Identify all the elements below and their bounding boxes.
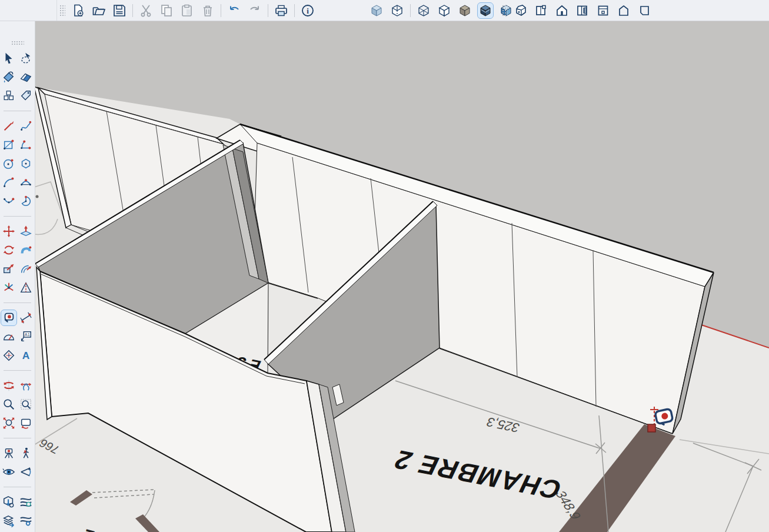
circle-tool[interactable] <box>1 156 16 171</box>
zoom-tool[interactable] <box>1 397 16 412</box>
pie-tool[interactable] <box>18 194 34 209</box>
solid-pyramid-tool[interactable] <box>18 280 34 295</box>
rotated-rectangle-tool[interactable] <box>18 137 34 152</box>
tag-tool[interactable] <box>18 88 34 104</box>
undo-button[interactable] <box>227 3 242 18</box>
paste-button[interactable] <box>179 3 195 18</box>
print-button[interactable] <box>274 3 289 18</box>
components-tool[interactable] <box>1 88 16 104</box>
look-around-tool[interactable] <box>1 464 16 480</box>
three-point-arc-tool[interactable] <box>1 194 16 209</box>
right-view-button[interactable] <box>575 3 590 18</box>
palette-drag-handle[interactable] <box>11 41 24 45</box>
bottom-view-button[interactable] <box>637 3 652 18</box>
position-camera-tool[interactable] <box>1 445 16 461</box>
iso-view-button[interactable] <box>513 3 528 18</box>
measure-point-marker <box>648 424 655 432</box>
plugin-settings-tool[interactable] <box>18 513 34 528</box>
palette-separator <box>4 302 31 303</box>
push-pull-tool[interactable] <box>18 224 34 239</box>
threed-text-tool[interactable]: A <box>18 348 34 363</box>
toolbar-separator <box>294 4 295 17</box>
cut-button[interactable] <box>138 3 154 18</box>
toolbar-separator <box>132 4 133 17</box>
plugin-layers-tool[interactable] <box>1 513 16 528</box>
dimensions-tool[interactable] <box>18 310 34 325</box>
sketchup-window: 766 2 E 3 <box>0 0 769 532</box>
lasso-tool[interactable] <box>18 51 34 66</box>
plugin-contours-tool[interactable] <box>18 494 34 510</box>
plugin-import-tool[interactable] <box>1 494 16 510</box>
palette-separator <box>4 111 31 111</box>
palette-separator <box>4 370 31 371</box>
redo-button[interactable] <box>247 3 262 18</box>
text-icon-label: A1 <box>24 332 29 337</box>
previous-view-tool[interactable] <box>18 415 34 431</box>
freehand-tool[interactable] <box>18 118 34 134</box>
scale-tool[interactable] <box>1 261 16 277</box>
pan-tool[interactable] <box>18 378 34 393</box>
copy-button[interactable] <box>159 3 174 18</box>
style-hidden-line-button[interactable] <box>437 3 452 18</box>
walk-tool[interactable] <box>18 445 34 461</box>
toolbar-separator <box>268 4 268 17</box>
delete-button[interactable] <box>200 3 215 18</box>
palette-separator <box>4 487 31 487</box>
model-info-button[interactable]: i <box>300 3 315 18</box>
new-document-button[interactable] <box>71 3 86 18</box>
move-tool[interactable] <box>1 224 16 239</box>
follow-me-tool[interactable] <box>18 242 34 258</box>
toolbar-drag-handle[interactable] <box>502 5 508 16</box>
axes-star-tool[interactable] <box>1 280 16 295</box>
eraser-tool[interactable] <box>18 69 34 85</box>
back-view-button[interactable] <box>595 3 611 18</box>
palette-separator <box>4 438 31 438</box>
paint-bucket-tool[interactable] <box>1 69 16 85</box>
protractor-tool[interactable] <box>1 329 16 344</box>
style-back-edges-button[interactable] <box>390 3 405 18</box>
arc-tool[interactable] <box>1 175 16 190</box>
two-point-arc-tool[interactable] <box>18 175 34 190</box>
threed-text-icon-label: A <box>22 350 29 361</box>
polygon-tool[interactable] <box>18 156 34 171</box>
toolbar-drag-handle[interactable] <box>59 5 65 16</box>
zoom-extents-tool[interactable] <box>1 415 16 431</box>
top-toolbar: i <box>0 0 769 21</box>
line-tool[interactable] <box>1 118 16 134</box>
text-tool[interactable]: A1 <box>18 329 34 344</box>
front-view-button[interactable] <box>554 3 570 18</box>
open-folder-button[interactable] <box>91 3 106 18</box>
rotate-tool[interactable] <box>1 242 16 258</box>
zoom-window-tool[interactable] <box>18 397 34 412</box>
left-view-button[interactable] <box>616 3 631 18</box>
offset-tool[interactable] <box>18 261 34 277</box>
palette-separator <box>4 216 31 217</box>
tape-measure-tool[interactable] <box>1 310 16 325</box>
toolbar-separator <box>221 4 221 17</box>
select-tool[interactable] <box>1 51 16 66</box>
style-shaded-button[interactable] <box>457 3 472 18</box>
tool-palette: A1 A <box>0 21 35 532</box>
axes-tool[interactable] <box>1 348 16 363</box>
top-view-button[interactable] <box>534 3 549 18</box>
style-shaded-with-textures-button[interactable] <box>478 3 493 18</box>
save-button[interactable] <box>112 3 127 18</box>
toolbar-separator <box>410 4 411 17</box>
rectangle-tool[interactable] <box>1 137 16 152</box>
orbit-tool[interactable] <box>1 378 16 393</box>
style-x-ray-button[interactable] <box>369 3 384 18</box>
info-glyph: i <box>307 6 309 15</box>
field-of-view-tool[interactable] <box>18 464 34 480</box>
model-viewport[interactable]: 766 2 E 3 <box>0 0 769 532</box>
style-wireframe-button[interactable] <box>416 3 431 18</box>
